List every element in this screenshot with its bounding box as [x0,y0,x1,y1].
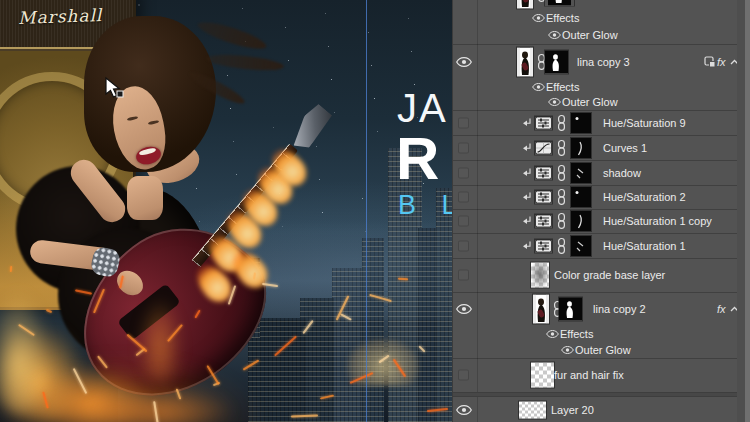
layer-row-curves-1[interactable]: Curves 1 [453,135,737,160]
document-canvas[interactable]: Marshall JA R B L [0,0,452,422]
layer-mask-thumbnail[interactable] [571,211,591,231]
layer-mask-thumbnail[interactable] [545,51,568,74]
effect-visibility-eye-icon[interactable] [561,346,574,354]
layer-thumbnail[interactable] [531,363,554,388]
fx-badge[interactable]: fx [717,56,726,68]
effects-row-effects[interactable]: Effects [453,326,737,342]
layer-visibility-eye-icon[interactable] [456,57,472,67]
spark-streak [393,359,406,378]
fx-badge[interactable]: fx [717,303,726,315]
layer-name[interactable]: Hue/Saturation 1 [603,240,686,252]
spark-streak [10,266,13,272]
effects-row-effects[interactable]: Effects [453,79,737,94]
spark-streak [206,365,219,385]
layer-name[interactable]: Hue/Saturation 2 [603,191,686,203]
effect-visibility-eye-icon[interactable] [548,98,561,106]
effect-visibility-eye-icon[interactable] [546,330,559,338]
effect-visibility-eye-icon[interactable] [532,14,545,22]
layer-mask-thumbnail[interactable] [545,0,574,6]
vertical-guide[interactable] [366,0,367,422]
blend-options-badge[interactable] [704,56,716,68]
effects-row-outer-glow[interactable]: Outer Glow [453,94,737,110]
mask-link-icon[interactable] [557,164,566,181]
layer-visibility-toggle-empty[interactable] [458,370,469,381]
layer-visibility-toggle-empty[interactable] [458,216,469,227]
layer-row-lina-copy-3[interactable]: lina copy 3fx [453,45,737,79]
layer-visibility-toggle-empty[interactable] [458,240,469,251]
spark-streak [418,345,425,352]
layer-mask-thumbnail[interactable] [571,187,591,207]
layer-name[interactable]: Curves 1 [603,142,647,154]
layer-name[interactable]: Color grade base layer [554,269,665,281]
effects-row-effects[interactable]: Effects [453,9,737,26]
mask-link-icon[interactable] [557,139,566,156]
hue-saturation-icon[interactable] [535,239,552,252]
layer-thumbnail[interactable] [517,48,533,77]
layer-rows: lina copy 4fxEffectsOuter Glowlina copy … [453,0,750,422]
layer-name[interactable]: shadow [603,167,641,179]
layer-mask-thumbnail[interactable] [559,298,582,321]
layer-name[interactable]: fur and hair fix [554,369,624,381]
layer-row-lina-copy-2[interactable]: lina copy 2fx [453,292,737,326]
layer-visibility-eye-icon[interactable] [456,405,472,415]
layers-panel: lina copy 4fxEffectsOuter Glowlina copy … [452,0,750,422]
layer-mask-thumbnail[interactable] [571,236,591,256]
layer-visibility-toggle-empty[interactable] [458,270,469,281]
effect-label: Effects [560,328,593,340]
mask-link-icon[interactable] [557,114,566,131]
hue-saturation-icon[interactable] [535,191,552,204]
spark-streak [340,313,352,320]
spark-streak [167,324,183,342]
layer-name[interactable]: Hue/Saturation 9 [603,117,686,129]
effects-row-outer-glow[interactable]: Outer Glow [453,26,737,44]
layer-visibility-toggle-empty[interactable] [458,167,469,178]
layer-row-hue-saturation-1[interactable]: Hue/Saturation 1 [453,233,737,258]
spark-streak [291,415,318,418]
layer-mask-thumbnail[interactable] [571,113,591,133]
spark-streak [398,278,408,281]
layer-row-hue-saturation-1-copy[interactable]: Hue/Saturation 1 copy [453,209,737,233]
layer-row-hue-saturation-2[interactable]: Hue/Saturation 2 [453,185,737,209]
layer-name[interactable]: lina copy 2 [593,303,646,315]
layer-thumbnail[interactable] [519,401,546,418]
layer-visibility-toggle-empty[interactable] [458,192,469,203]
spark-streak [369,294,392,302]
hue-saturation-icon[interactable] [535,116,552,129]
hue-saturation-icon[interactable] [535,166,552,179]
layer-row-fur-and-hair-fix[interactable]: fur and hair fix [453,358,737,392]
layer-name[interactable]: Layer 20 [551,404,594,416]
panel-scrollbar-track[interactable] [737,0,745,422]
clipping-mask-arrow-icon [522,118,532,128]
curves-icon[interactable] [535,141,552,154]
spark-streak [320,394,334,399]
spark-streak [253,272,256,279]
mask-link-icon[interactable] [557,213,566,230]
effects-row-outer-glow[interactable]: Outer Glow [453,342,737,358]
spark-streak [274,336,297,357]
mask-link-icon[interactable] [557,189,566,206]
effect-visibility-eye-icon[interactable] [532,83,545,91]
layer-thumbnail[interactable] [517,0,533,9]
fire-sparks [0,0,452,422]
layer-mask-thumbnail[interactable] [571,138,591,158]
layer-row-hue-saturation-9[interactable]: Hue/Saturation 9 [453,110,737,135]
spark-streak [75,289,92,294]
layer-row-shadow[interactable]: shadow [453,160,737,185]
layer-name[interactable]: lina copy 3 [577,56,630,68]
layer-visibility-toggle-empty[interactable] [458,142,469,153]
layer-mask-thumbnail[interactable] [571,163,591,183]
layer-row-lina-copy-4[interactable]: lina copy 4fx [453,0,737,9]
layer-visibility-toggle-empty[interactable] [458,117,469,128]
layer-thumbnail[interactable] [533,295,549,324]
layer-thumbnail[interactable] [531,263,549,288]
spark-streak [350,372,374,384]
layer-row-layer-20[interactable]: Layer 20 [453,397,737,422]
layer-row-color-grade-base-layer[interactable]: Color grade base layer [453,258,737,292]
hue-saturation-icon[interactable] [535,215,552,228]
layer-visibility-eye-icon[interactable] [456,304,472,314]
layer-name[interactable]: Hue/Saturation 1 copy [603,215,712,227]
effect-label: Outer Glow [562,29,618,41]
clipping-mask-arrow-icon [522,216,532,226]
mask-link-icon[interactable] [557,237,566,254]
effect-visibility-eye-icon[interactable] [548,31,561,39]
